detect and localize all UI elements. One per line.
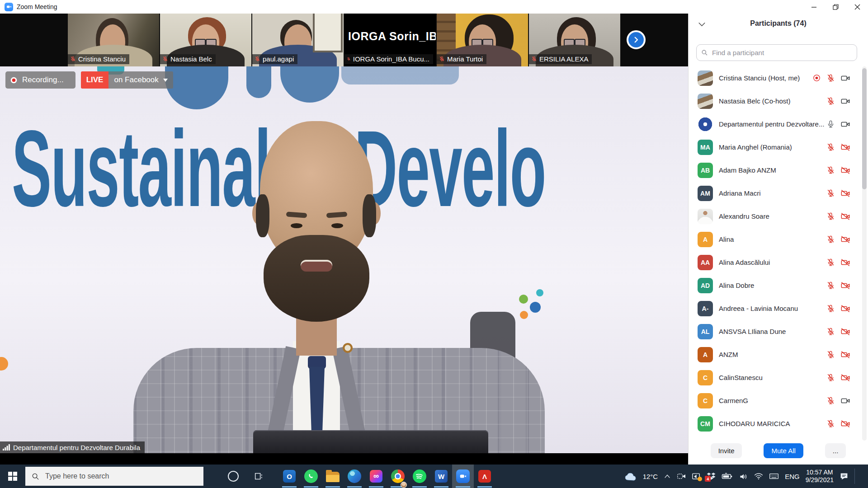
camera-off-icon[interactable] bbox=[840, 350, 850, 360]
mic-muted-icon[interactable] bbox=[826, 189, 835, 197]
participant-row[interactable]: AL ANSVSA LIliana Dune bbox=[689, 320, 862, 343]
taskbar-app-file-explorer[interactable] bbox=[322, 465, 344, 488]
screen-share-icon[interactable] bbox=[692, 473, 701, 480]
recording-badge[interactable]: Recording... bbox=[5, 71, 75, 89]
participant-status-icons bbox=[826, 211, 850, 221]
taskbar-app-whatsapp[interactable] bbox=[300, 465, 322, 488]
participant-row[interactable]: AA Alina Adascălului bbox=[689, 251, 862, 274]
mic-muted-icon[interactable] bbox=[826, 327, 835, 336]
taskbar-search[interactable] bbox=[25, 467, 203, 486]
scrollbar-thumb[interactable] bbox=[862, 68, 867, 189]
taskbar-search-input[interactable] bbox=[44, 472, 180, 481]
volume-icon[interactable] bbox=[739, 473, 748, 480]
taskbar-app-outlook[interactable]: O bbox=[278, 465, 300, 488]
minimize-button[interactable] bbox=[803, 0, 825, 14]
action-center-icon[interactable] bbox=[840, 472, 849, 480]
collapse-panel-icon[interactable] bbox=[698, 20, 705, 28]
participants-scrollbar[interactable] bbox=[862, 66, 867, 441]
video-thumbnail[interactable]: Nastasia Belc bbox=[160, 14, 251, 66]
camera-off-icon[interactable] bbox=[840, 188, 850, 198]
taskbar-app-edge[interactable] bbox=[344, 465, 365, 488]
camera-on-icon[interactable] bbox=[840, 73, 850, 83]
participant-row[interactable]: CM CIHODARU MARICICA bbox=[689, 412, 862, 435]
camera-on-icon[interactable] bbox=[840, 96, 850, 106]
mic-muted-icon[interactable] bbox=[826, 212, 835, 221]
invite-button[interactable]: Invite bbox=[711, 443, 742, 458]
participant-row[interactable]: C CalinStanescu bbox=[689, 366, 862, 389]
camera-off-icon[interactable] bbox=[840, 373, 850, 383]
mic-muted-icon[interactable] bbox=[826, 235, 835, 244]
mic-muted-icon[interactable] bbox=[826, 258, 835, 267]
mic-muted-icon[interactable] bbox=[826, 304, 835, 313]
mic-muted-icon[interactable] bbox=[826, 281, 835, 290]
participant-row[interactable]: Cristina Stanciu (Host, me) bbox=[689, 66, 862, 89]
participant-search[interactable] bbox=[696, 44, 857, 61]
video-thumbnail[interactable]: ERSILIA ALEXA bbox=[529, 14, 620, 66]
camera-off-icon[interactable] bbox=[840, 165, 850, 175]
touch-keyboard-icon[interactable] bbox=[769, 473, 779, 480]
participant-row[interactable]: Departamentul pentru Dezvoltare... bbox=[689, 113, 862, 136]
participant-row[interactable]: Alexandru Soare bbox=[689, 205, 862, 228]
participant-row[interactable]: Nastasia Belc (Co-host) bbox=[689, 89, 862, 113]
mic-muted-icon[interactable] bbox=[826, 166, 835, 174]
battery-icon[interactable] bbox=[722, 473, 733, 480]
mic-muted-icon[interactable] bbox=[826, 97, 835, 105]
camera-on-icon[interactable] bbox=[840, 119, 850, 129]
participant-row[interactable]: MA Maria Anghel (Romania) bbox=[689, 136, 862, 159]
cortana-button[interactable] bbox=[222, 465, 244, 488]
task-view-button[interactable] bbox=[248, 465, 269, 488]
next-page-button[interactable] bbox=[627, 30, 646, 49]
start-button[interactable] bbox=[0, 465, 25, 488]
temperature-label[interactable]: 12°C bbox=[643, 473, 658, 480]
muted-mic-icon bbox=[255, 56, 260, 62]
video-thumbnail[interactable]: paul.agapi bbox=[252, 14, 344, 66]
mic-muted-icon[interactable] bbox=[826, 396, 835, 405]
zoom-tray-icon[interactable] bbox=[677, 473, 686, 480]
camera-off-icon[interactable] bbox=[840, 235, 850, 244]
close-button[interactable] bbox=[846, 0, 868, 14]
video-thumbnail[interactable]: Maria Turtoi bbox=[437, 14, 528, 66]
language-label[interactable]: ENG bbox=[785, 473, 800, 480]
mic-muted-icon[interactable] bbox=[826, 350, 835, 359]
participant-search-input[interactable] bbox=[711, 48, 852, 57]
hidden-icons-chevron[interactable] bbox=[664, 474, 671, 479]
participant-row[interactable]: A- Andreea - Lavinia Mocanu bbox=[689, 297, 862, 320]
taskbar-app-word[interactable]: W bbox=[430, 465, 452, 488]
taskbar-app-chrome[interactable] bbox=[387, 465, 409, 488]
participant-row[interactable]: C CarmenG bbox=[689, 389, 862, 412]
taskbar-app-zoom[interactable] bbox=[452, 465, 474, 488]
taskbar-app-acrobat[interactable]: Λ bbox=[474, 465, 495, 488]
camera-off-icon[interactable] bbox=[840, 419, 850, 429]
camera-off-icon[interactable] bbox=[840, 142, 850, 152]
taskbar-app-spotify[interactable] bbox=[409, 465, 430, 488]
live-stream-badge[interactable]: LIVE on Facebook bbox=[81, 71, 173, 89]
mic-muted-icon[interactable] bbox=[826, 74, 835, 82]
camera-off-icon[interactable] bbox=[840, 327, 850, 337]
camera-on-icon[interactable] bbox=[840, 396, 850, 406]
dropbox-icon[interactable]: 4 bbox=[707, 472, 716, 480]
camera-off-icon[interactable] bbox=[840, 211, 850, 221]
participants-title: Participants (74) bbox=[689, 14, 868, 28]
show-desktop-button[interactable] bbox=[861, 465, 863, 488]
participant-row[interactable]: A ANZM bbox=[689, 343, 862, 366]
camera-off-icon[interactable] bbox=[840, 304, 850, 314]
participant-row[interactable]: AB Adam Bajko ANZM bbox=[689, 159, 862, 182]
taskbar-app-creative-cloud[interactable]: ∞ bbox=[365, 465, 387, 488]
mute-all-button[interactable]: Mute All bbox=[764, 443, 803, 458]
camera-off-icon[interactable] bbox=[840, 258, 850, 267]
wifi-icon[interactable] bbox=[754, 473, 763, 480]
participant-row[interactable]: AM Adriana Macri bbox=[689, 182, 862, 205]
mic-muted-icon[interactable] bbox=[826, 373, 835, 382]
mic-muted-icon[interactable] bbox=[826, 143, 835, 151]
participant-row[interactable]: A Alina bbox=[689, 228, 862, 251]
weather-icon[interactable] bbox=[624, 472, 637, 481]
taskbar-clock[interactable]: 10:57 AM 9/29/2021 bbox=[806, 469, 834, 484]
camera-off-icon[interactable] bbox=[840, 281, 850, 291]
mic-on-icon[interactable] bbox=[826, 120, 835, 128]
video-thumbnail[interactable]: IORGA Sorin_IB... IORGA Sorin_IBA Bucu..… bbox=[344, 14, 436, 66]
more-options-button[interactable]: ... bbox=[825, 443, 846, 458]
mic-muted-icon[interactable] bbox=[826, 419, 835, 428]
participant-row[interactable]: AD Alina Dobre bbox=[689, 274, 862, 297]
video-thumbnail[interactable]: Cristina Stanciu bbox=[68, 14, 159, 66]
restore-button[interactable] bbox=[825, 0, 846, 14]
